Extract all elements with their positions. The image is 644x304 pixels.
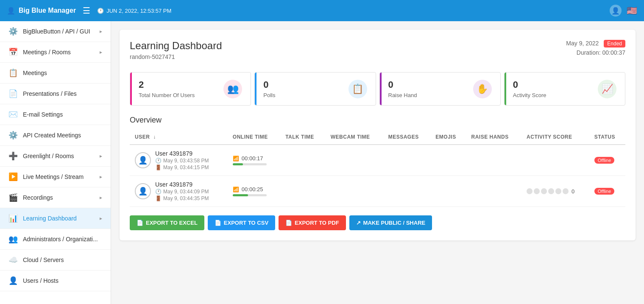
share-label: MAKE PUBLIC / SHARE: [363, 220, 426, 226]
overview-table: USER ↓ONLINE TIMETALK TIMEWEBCAM TIMEMES…: [130, 130, 625, 207]
clock-icon: 🕐: [97, 8, 104, 14]
pdf-icon: 📄: [285, 220, 292, 226]
stat-card-polls: 0 Polls 📋: [254, 72, 376, 106]
col-header-raise-hands[interactable]: RAISE HANDS: [466, 130, 522, 145]
sidebar-item-presentations[interactable]: 📄 Presentations / Files: [0, 84, 111, 104]
col-header-messages[interactable]: MESSAGES: [383, 130, 431, 145]
chevron-right-icon: ▸: [100, 215, 102, 221]
sidebar-label-bigbluebutton: BigBlueButton / API / GUI: [23, 28, 90, 35]
avatar-icon: 👤: [611, 7, 620, 15]
offline-badge-0: Offline: [594, 157, 615, 164]
sidebar: ⚙️ BigBlueButton / API / GUI ▸ 📅 Meeting…: [0, 21, 111, 304]
share-button[interactable]: ↗MAKE PUBLIC / SHARE: [349, 215, 432, 230]
sidebar-label-meetings-rooms: Meetings / Rooms: [23, 49, 71, 56]
sidebar-icon-api-meetings: ⚙️: [8, 131, 18, 140]
chevron-right-icon: ▸: [100, 49, 102, 55]
stat-label-users: Total Number Of Users: [139, 92, 195, 98]
status-cell-1: Offline: [589, 176, 625, 207]
action-buttons: 📄EXPORT TO EXCEL📄EXPORT TO CSV📄EXPORT TO…: [130, 215, 625, 230]
sidebar-label-email-settings: E-mail Settings: [23, 111, 63, 118]
activity-score-cell-1: 0: [521, 176, 589, 207]
status-cell-0: Offline: [589, 145, 625, 176]
wifi-icon: 📶: [233, 156, 239, 162]
logo-icon: 👤: [7, 7, 15, 15]
chevron-right-icon: ▸: [100, 153, 102, 159]
excel-button[interactable]: 📄EXPORT TO EXCEL: [130, 215, 204, 230]
col-header-webcam-time[interactable]: WEBCAM TIME: [326, 130, 383, 145]
sidebar-icon-live-meetings: ▶️: [8, 172, 18, 181]
sidebar-label-recordings: Recordings: [23, 194, 53, 201]
user-avatar-0: 👤: [135, 152, 151, 168]
stat-info-users: 2 Total Number Of Users: [139, 79, 195, 98]
sidebar-icon-administrators: 👥: [8, 234, 18, 244]
meeting-date: May 9, 2022 Ended: [566, 40, 625, 47]
dashboard-title: Learning Dashboard: [130, 40, 222, 52]
topbar: 👤 Big Blue Manager ☰ 🕐 JUN 2, 2022, 12:5…: [0, 0, 644, 21]
messages-cell-1: [383, 176, 431, 207]
chevron-right-icon: ▸: [100, 28, 102, 34]
datetime-display: 🕐 JUN 2, 2022, 12:53:57 PM: [97, 8, 171, 14]
col-header-status[interactable]: STATUS: [589, 130, 625, 145]
csv-icon: 📄: [215, 220, 221, 226]
stat-icon-polls: 📋: [348, 80, 367, 98]
app-logo[interactable]: 👤 Big Blue Manager: [7, 7, 76, 15]
sidebar-item-greenlight[interactable]: ➕ Greenlight / Rooms ▸: [0, 146, 111, 167]
table-body: 👤 User 4391879 🕐May 9, 03:43:58 PM 🚪May …: [130, 145, 625, 207]
sidebar-icon-recordings: 🎬: [8, 193, 18, 202]
wifi-icon: 📶: [233, 187, 239, 192]
online-time-cell-0: 📶 00:00:17: [228, 145, 280, 176]
sidebar-item-recordings[interactable]: 🎬 Recordings ▸: [0, 187, 111, 208]
main-layout: ⚙️ BigBlueButton / API / GUI ▸ 📅 Meeting…: [0, 21, 644, 304]
col-header-emojis[interactable]: EMOJIS: [430, 130, 466, 145]
table-row: 👤 User 4391879 🕐May 9, 03:43:58 PM 🚪May …: [130, 145, 625, 176]
hamburger-menu[interactable]: ☰: [83, 6, 90, 16]
online-time-value-1: 📶 00:00:25: [233, 186, 275, 192]
col-header-talk-time[interactable]: TALK TIME: [280, 130, 326, 145]
sidebar-item-email-settings[interactable]: ✉️ E-mail Settings: [0, 104, 111, 125]
user-cell-1: 👤 User 4391879 🕐May 9, 03:44:09 PM 🚪May …: [130, 176, 228, 207]
csv-button[interactable]: 📄EXPORT TO CSV: [208, 215, 275, 230]
status-badge: Ended: [604, 40, 625, 47]
sidebar-label-cloud-servers: Cloud / Servers: [23, 257, 64, 263]
pdf-label: EXPORT TO PDF: [295, 220, 339, 226]
sidebar-item-meetings[interactable]: 📋 Meetings: [0, 63, 111, 84]
sidebar-icon-presentations: 📄: [8, 89, 18, 98]
overview-title: Overview: [130, 116, 625, 125]
sidebar-item-bigbluebutton[interactable]: ⚙️ BigBlueButton / API / GUI ▸: [0, 21, 111, 42]
language-flag[interactable]: 🇺🇸: [627, 6, 637, 16]
sidebar-item-users-hosts[interactable]: 👤 Users / Hosts: [0, 271, 111, 291]
stat-card-users: 2 Total Number Of Users 👥: [130, 72, 251, 106]
col-header-online-time[interactable]: ONLINE TIME: [228, 130, 280, 145]
user-cell-0: 👤 User 4391879 🕐May 9, 03:43:58 PM 🚪May …: [130, 145, 228, 176]
user-leave-0: 🚪May 9, 03:44:15 PM: [155, 165, 209, 170]
progress-fill-1: [233, 194, 248, 196]
emojis-cell-1: [430, 176, 466, 207]
sidebar-item-live-meetings[interactable]: ▶️ Live Meetings / Stream ▸: [0, 167, 111, 187]
dot-3: [541, 188, 547, 194]
stat-label-polls: Polls: [263, 92, 275, 98]
dot-5: [555, 188, 561, 194]
messages-cell-0: [383, 145, 431, 176]
webcam-time-cell-0: [326, 145, 383, 176]
stat-icon-raise-hand: ✋: [473, 80, 492, 98]
sidebar-item-cloud-servers[interactable]: ☁️ Cloud / Servers: [0, 250, 111, 271]
dot-6: [563, 188, 569, 194]
user-avatar-button[interactable]: 👤: [610, 5, 622, 17]
table-row: 👤 User 4391879 🕐May 9, 03:44:09 PM 🚪May …: [130, 176, 625, 207]
col-header-user[interactable]: USER ↓: [130, 130, 228, 145]
emojis-cell-0: [430, 145, 466, 176]
sidebar-item-api-meetings[interactable]: ⚙️ API Created Meetings: [0, 125, 111, 146]
datetime-text: JUN 2, 2022, 12:53:57 PM: [106, 8, 171, 14]
share-icon: ↗: [356, 220, 361, 226]
col-header-activity-score[interactable]: ACTIVITY SCORE: [521, 130, 589, 145]
stat-info-raise-hand: 0 Raise Hand: [388, 79, 417, 98]
sidebar-item-meetings-rooms[interactable]: 📅 Meetings / Rooms ▸: [0, 42, 111, 63]
sidebar-item-learning-dashboard[interactable]: 📊 Learning Dashboard ▸: [0, 208, 111, 229]
pdf-button[interactable]: 📄EXPORT TO PDF: [279, 215, 346, 230]
stat-number-activity: 0: [513, 79, 546, 90]
excel-label: EXPORT TO EXCEL: [146, 220, 198, 226]
sidebar-item-administrators[interactable]: 👥 Administrators / Organizati...: [0, 229, 111, 250]
excel-icon: 📄: [137, 220, 143, 226]
stat-label-raise-hand: Raise Hand: [388, 92, 417, 98]
sidebar-icon-greenlight: ➕: [8, 151, 18, 161]
